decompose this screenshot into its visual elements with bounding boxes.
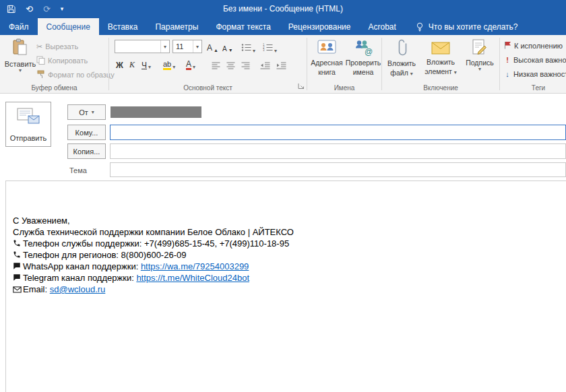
cc-button[interactable]: Копия... (67, 143, 106, 159)
shrink-arrow-icon: ▼ (228, 48, 233, 53)
signature-caret-icon: ▾ (478, 67, 481, 72)
numbering-button[interactable]: 123 ▾ (261, 41, 278, 55)
font-color-button[interactable]: А ▾ (185, 57, 197, 71)
chat-icon (13, 272, 23, 284)
follow-up-label: К исполнению (514, 42, 563, 50)
increase-indent-icon (276, 62, 286, 71)
grow-font-button[interactable]: А▲ (206, 40, 220, 53)
check-names-label-1: Проверить (346, 59, 381, 67)
check-names-button[interactable]: @ Проверить имена (345, 38, 381, 76)
grow-arrow-icon: ▲ (214, 48, 218, 53)
bold-button[interactable]: Ж (115, 57, 125, 71)
grow-font-label: А (207, 43, 212, 53)
send-label: Отправить (10, 134, 47, 142)
font-size-caret-icon: ▾ (193, 40, 201, 53)
send-button[interactable]: Отправить (5, 102, 51, 147)
check-names-label-2: имена (353, 68, 374, 76)
send-icon (16, 108, 40, 127)
address-book-label-2: книга (318, 68, 336, 76)
attach-item-button[interactable]: Вложить элемент ▾ (421, 38, 460, 75)
high-importance-button[interactable]: ! Высокая важность (504, 53, 566, 67)
decrease-indent-button[interactable] (259, 59, 272, 72)
low-importance-icon: ↓ (504, 70, 511, 78)
align-center-icon (226, 62, 235, 71)
underline-button[interactable]: Ч ▾ (140, 57, 152, 71)
signature-text: Служба технической поддержки компании Бе… (13, 227, 294, 237)
follow-up-button[interactable]: К исполнению (504, 39, 563, 53)
address-book-button[interactable]: Адресная книга (309, 38, 345, 76)
tab-review[interactable]: Рецензирование (280, 18, 360, 35)
signature-line: Email: sd@wcloud.ru (13, 284, 566, 295)
high-importance-icon: ! (504, 56, 511, 64)
shrink-font-label: А (222, 45, 227, 53)
tab-format-text[interactable]: Формат текста (207, 18, 279, 35)
signature-line: Телефон для регионов: 8(800)600-26-09 (13, 249, 566, 261)
message-body[interactable]: С Уважением, Служба технической поддержк… (5, 181, 566, 392)
cut-label: Вырезать (45, 42, 78, 51)
cut-button[interactable]: ✂ Вырезать (36, 40, 78, 53)
signature-button[interactable]: Подпись ▾ (463, 38, 497, 72)
envelope-icon (431, 40, 450, 57)
tab-message[interactable]: Сообщение (38, 18, 99, 35)
signature-line: WhatsApp канал поддержки: https://wa.me/… (13, 261, 566, 272)
tell-me-label: Что вы хотите сделать? (429, 22, 518, 32)
align-center-button[interactable] (225, 59, 237, 72)
align-left-button[interactable] (210, 59, 222, 72)
from-label: От (79, 108, 88, 117)
paste-button[interactable]: Вставить ▾ (5, 38, 35, 73)
attach-file-label-1: Вложить (387, 59, 416, 67)
align-right-button[interactable] (240, 59, 251, 72)
group-label-clipboard: Буфер обмена (0, 84, 108, 92)
ribbon-tab-bar: Файл Сообщение Вставка Параметры Формат … (0, 18, 566, 35)
signature-line: Телефон службы поддержки: +7(499)685-15-… (13, 238, 566, 249)
format-painter-button[interactable]: Формат по образцу (36, 68, 115, 81)
italic-button[interactable]: К (128, 57, 136, 71)
highlight-button[interactable]: ab ▾ (162, 57, 177, 71)
title-bar: ⟲ ⟳ ▾ Без имени - Сообщение (HTML) (0, 0, 566, 18)
font-name-combo[interactable]: ▾ (115, 40, 170, 53)
tab-options[interactable]: Параметры (146, 18, 207, 35)
address-book-label-1: Адресная (311, 59, 342, 67)
attach-file-caret-icon: ▾ (410, 71, 413, 77)
tab-file[interactable]: Файл (0, 18, 38, 35)
copy-button[interactable]: Копировать (36, 54, 88, 67)
decrease-indent-icon (260, 62, 270, 71)
signature-line: Telegram канал поддержки: https://t.me/W… (13, 272, 566, 284)
increase-indent-button[interactable] (275, 59, 288, 72)
to-field[interactable] (110, 125, 566, 140)
svg-text:@: @ (365, 47, 373, 56)
to-button[interactable]: Кому... (67, 125, 106, 140)
format-painter-icon (36, 70, 45, 80)
tell-me-box[interactable]: Что вы хотите сделать? (416, 18, 518, 35)
highlight-label: ab (163, 60, 171, 70)
group-clipboard: Вставить ▾ ✂ Вырезать Копировать Формат … (0, 35, 108, 93)
attach-file-button[interactable]: Вложить файл ▾ (385, 38, 418, 77)
tab-acrobat[interactable]: Acrobat (360, 18, 405, 35)
cc-field[interactable] (110, 143, 566, 159)
subject-field[interactable] (110, 162, 566, 177)
underline-label: Ч (142, 61, 147, 70)
group-basic-text: ▾ 11 ▾ А▲ А▼ ▾ 123 ▾ (109, 35, 307, 93)
bullets-button[interactable]: ▾ (240, 41, 257, 55)
telegram-link[interactable]: https://t.me/WhiteCloud24bot (136, 273, 249, 283)
chat-icon (13, 261, 23, 272)
numbering-caret-icon: ▾ (274, 48, 277, 54)
phone-icon (13, 249, 23, 261)
signature-line: Служба технической поддержки компании Бе… (13, 226, 566, 238)
check-names-icon: @ (353, 38, 373, 57)
signature-text: Email: (23, 284, 50, 294)
shrink-font-button[interactable]: А▼ (221, 40, 234, 53)
font-size-combo[interactable]: 11 ▾ (172, 40, 202, 53)
tab-insert[interactable]: Вставка (99, 18, 147, 35)
group-tags: К исполнению ! Высокая важность ↓ Низкая… (500, 35, 566, 93)
subject-label: Тема (69, 166, 87, 174)
whatsapp-link[interactable]: https://wa.me/79254003299 (141, 261, 249, 271)
group-label-include: Включение (382, 84, 499, 92)
from-button[interactable]: От ▾ (67, 104, 106, 120)
email-link[interactable]: sd@wcloud.ru (50, 284, 106, 294)
low-importance-button[interactable]: ↓ Низкая важность (504, 67, 566, 81)
underline-caret-icon: ▾ (148, 65, 151, 70)
signature-icon (471, 38, 489, 57)
group-label-names: Имена (307, 84, 381, 92)
font-size-value: 11 (173, 42, 193, 51)
